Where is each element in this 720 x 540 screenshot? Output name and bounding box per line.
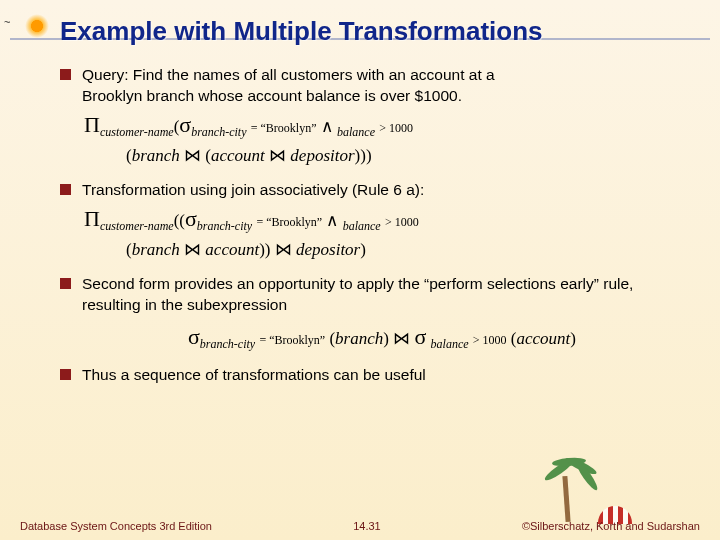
footer-right: ©Silberschatz, Korth and Sudarshan xyxy=(522,520,700,532)
bullet-3-text: Second form provides an opportunity to a… xyxy=(82,275,633,313)
bullet-list: Query: Find the names of all customers w… xyxy=(60,65,680,386)
join-symbol: ⋈ xyxy=(184,240,201,259)
sigma-symbol: σ xyxy=(188,324,200,349)
footer-center: 14.31 xyxy=(353,520,381,532)
sigma-symbol: σ xyxy=(179,112,191,137)
formula-1b: (branch ⋈ (account ⋈ depositor))) xyxy=(84,144,680,168)
sigma-symbol: σ xyxy=(185,206,197,231)
bullet-1: Query: Find the names of all customers w… xyxy=(60,65,680,168)
formula-2a: Πcustomer-name((σbranch-city = “Brooklyn… xyxy=(84,204,680,235)
pi-symbol: Π xyxy=(84,206,100,231)
footer: Database System Concepts 3rd Edition 14.… xyxy=(0,520,720,532)
join-symbol: ⋈ xyxy=(184,146,201,165)
bullet-1-line2: Brooklyn branch whose account balance is… xyxy=(82,87,462,104)
page-title: Example with Multiple Transformations xyxy=(60,16,680,47)
formula-3: σbranch-city = “Brooklyn” (branch) ⋈ σ b… xyxy=(84,322,680,353)
bullet-2-text: Transformation using join associatively … xyxy=(82,181,424,198)
and-symbol: ∧ xyxy=(321,117,333,136)
join-symbol: ⋈ xyxy=(393,329,410,348)
and-symbol: ∧ xyxy=(326,211,338,230)
pi-symbol: Π xyxy=(84,112,100,137)
bullet-4: Thus a sequence of transformations can b… xyxy=(60,365,680,386)
formula-2b: (branch ⋈ account)) ⋈ depositor) xyxy=(84,238,680,262)
join-symbol: ⋈ xyxy=(269,146,286,165)
footer-left: Database System Concepts 3rd Edition xyxy=(20,520,212,532)
sigma-symbol: σ xyxy=(414,324,426,349)
bullet-2: Transformation using join associatively … xyxy=(60,180,680,262)
bullet-3: Second form provides an opportunity to a… xyxy=(60,274,680,353)
palm-illustration xyxy=(530,448,640,528)
bullet-1-line1: Query: Find the names of all customers w… xyxy=(82,66,495,83)
bullet-4-text: Thus a sequence of transformations can b… xyxy=(82,366,426,383)
join-symbol: ⋈ xyxy=(275,240,292,259)
formula-1a: Πcustomer-name(σbranch-city = “Brooklyn”… xyxy=(84,110,680,141)
